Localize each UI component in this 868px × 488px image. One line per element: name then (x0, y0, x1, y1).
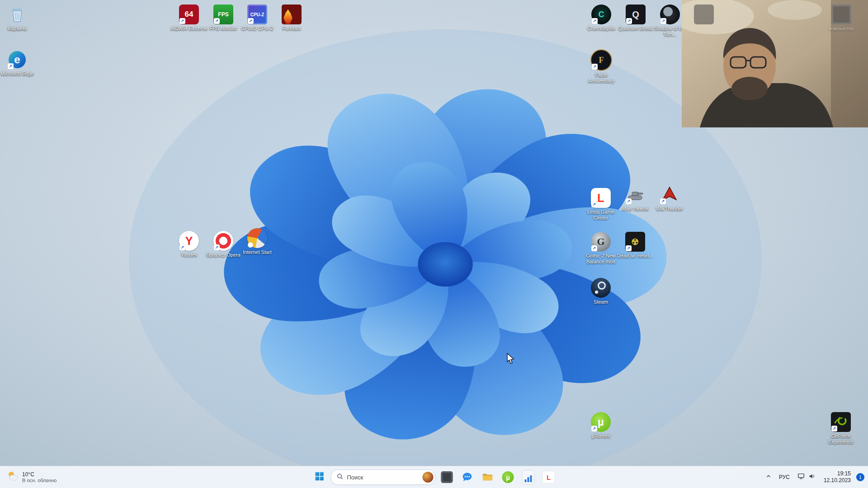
search-placeholder: Поиск (347, 474, 419, 481)
weather-icon (6, 470, 19, 484)
desktop-icon-chernobylite[interactable]: C Chernobylite (582, 5, 620, 32)
desktop-icon-label: GeForce Experience (822, 433, 860, 445)
desktop-icon-label: Dead air Heart... (616, 253, 654, 259)
gothic2-icon: G (591, 232, 611, 252)
yandex-icon: Y (179, 231, 199, 251)
desktop-icon-dead-air[interactable]: ☢ Dead air Heart... (616, 232, 654, 259)
speaker-icon (808, 472, 816, 482)
desktop-icon-label: FurMark (273, 26, 311, 32)
desktop-icon-fable-anniversary[interactable]: F Fable Anniversary (582, 49, 620, 84)
desktop-icon-fps-monitor[interactable]: FPS FPS Monitor (204, 5, 242, 32)
fps-monitor-icon: FPS (213, 5, 233, 24)
geforce-experience-icon (831, 412, 851, 432)
desktop-icon-utorrent[interactable]: µ µTorrent (582, 412, 620, 439)
desktop-icon-label: Quantum Break (617, 26, 655, 32)
desktop-icon-label: CPUID CPU-Z (238, 26, 276, 32)
network-volume-cluster[interactable] (794, 469, 819, 485)
desktop-icon-computer[interactable]: компьютер (822, 5, 860, 32)
lesta-game-center-icon: L (591, 188, 611, 208)
windows-logo-icon (315, 471, 325, 483)
desktop-icon-label: FPS Monitor (204, 26, 242, 32)
desktop-icon-label: Internet Start (238, 249, 276, 255)
desktop-icon-furmark[interactable]: FurMark (273, 5, 311, 32)
mir-tankov-icon (625, 185, 645, 205)
steam-icon (591, 278, 611, 298)
desktop-icon-microsoft-edge[interactable]: e Microsoft Edge (0, 50, 36, 77)
notification-count-badge[interactable]: 1 (856, 473, 864, 481)
taskbar-app-utorrent[interactable]: µ (499, 468, 517, 486)
utorrent-icon: µ (591, 412, 611, 432)
recycle-bin-icon (7, 5, 27, 24)
desktop-icon-label: AIDA64 Extreme (170, 26, 208, 32)
system-tray: РУС 19:15 12.10.2023 1 (762, 466, 868, 488)
shadow-tomb-raider-icon (660, 5, 680, 24)
warthunder-icon (660, 185, 679, 205)
dead-air-icon: ☢ (625, 232, 645, 252)
desktop-icon-recycle-bin[interactable]: Корзина (0, 5, 36, 32)
search-icon (337, 473, 344, 482)
opera-icon (213, 231, 233, 251)
stats-chart-icon (522, 470, 535, 484)
taskbar-app-lesta[interactable]: L (540, 468, 558, 486)
clock-widget[interactable]: 19:15 12.10.2023 (820, 469, 854, 485)
taskbar-center: Поиск µ L (311, 466, 558, 488)
desktop-icon-unknown[interactable] (685, 5, 723, 26)
start-button[interactable] (311, 468, 329, 486)
desktop-icon-yandex[interactable]: Y Yandex (170, 231, 208, 258)
weather-widget[interactable]: 10°C В осн. облачно (2, 466, 61, 488)
search-input[interactable]: Поиск (331, 469, 436, 485)
fable-anniversary-icon: F (590, 49, 612, 71)
lesta-taskbar-icon: L (542, 471, 555, 483)
desktop-icon-gothic2[interactable]: G Gothic 2 New Balance mod (582, 232, 620, 265)
desktop-icon-label: Steam (582, 299, 620, 305)
aida64-icon: 64 (179, 5, 199, 24)
desktop-icon-mir-tankov[interactable]: Мир танков (616, 185, 654, 212)
language-label: РУС (779, 474, 790, 480)
clock-time: 19:15 (837, 470, 851, 477)
desktop-icon-label: Корзина (0, 26, 36, 32)
desktop-icon-quantum-break[interactable]: Q Quantum Break (617, 5, 655, 32)
desktop-icon-cpu-z[interactable]: CPU-Z CPUID CPU-Z (238, 5, 276, 32)
desktop-icon-steam[interactable]: Steam (582, 278, 620, 305)
edge-icon: e (7, 50, 27, 70)
desktop-icon-aida64[interactable]: 64 AIDA64 Extreme (170, 5, 208, 32)
chernobylite-icon: C (591, 5, 611, 24)
furmark-icon (282, 5, 302, 24)
desktop-icon-internet-start[interactable]: Internet Start (238, 228, 276, 255)
desktop-icon-label: WarThunder (651, 206, 689, 212)
taskbar-app-dark-window[interactable] (438, 468, 456, 486)
svg-text:e: e (14, 53, 20, 66)
desktop-icon-label: Microsoft Edge (0, 71, 36, 77)
utorrent-taskbar-icon: µ (502, 471, 514, 483)
clock-date: 12.10.2023 (824, 477, 851, 484)
desktop-icon-label: Gothic 2 New Balance mod (582, 253, 620, 265)
taskbar-app-file-explorer[interactable] (479, 468, 497, 486)
desktop-icon-label: компьютер (822, 26, 860, 32)
desktop-icon-lesta-game-center[interactable]: L Lesta Game Center (582, 188, 620, 221)
hidden-icons-button[interactable] (762, 469, 775, 485)
internet-start-icon (247, 228, 267, 248)
taskbar-app-chat[interactable] (458, 468, 476, 486)
taskbar: 10°C В осн. облачно Поиск (0, 466, 868, 488)
desktop-icon-label: Браузер Opera (204, 252, 242, 258)
desktop-icon-geforce-experience[interactable]: GeForce Experience (822, 412, 860, 445)
desktop-icon-label: Lesta Game Center (582, 209, 620, 221)
language-indicator[interactable]: РУС (776, 469, 793, 485)
file-explorer-icon (482, 471, 494, 483)
computer-icon (831, 5, 851, 24)
quantum-break-icon: Q (626, 5, 646, 24)
dark-window-app-icon (441, 471, 453, 483)
network-icon (797, 472, 805, 482)
taskbar-app-performance-stats[interactable] (519, 468, 538, 486)
desktop-icon-label: µTorrent (582, 433, 620, 439)
desktop-icon-label: Мир танков (616, 206, 654, 212)
chevron-up-icon (765, 473, 772, 481)
desktop-icon-label: Fable Anniversary (582, 72, 620, 84)
desktop-icon-opera[interactable]: Браузер Opera (204, 231, 242, 258)
desktop-screen: Корзина e Microsoft Edge 64 AIDA64 Extre… (0, 0, 868, 488)
weather-condition: В осн. облачно (22, 478, 57, 483)
desktop-icon-warthunder[interactable]: WarThunder (651, 185, 689, 212)
desktop-icon-label: Chernobylite (582, 26, 620, 32)
weather-temp: 10°C (22, 471, 57, 478)
search-highlight-image[interactable] (423, 472, 434, 483)
